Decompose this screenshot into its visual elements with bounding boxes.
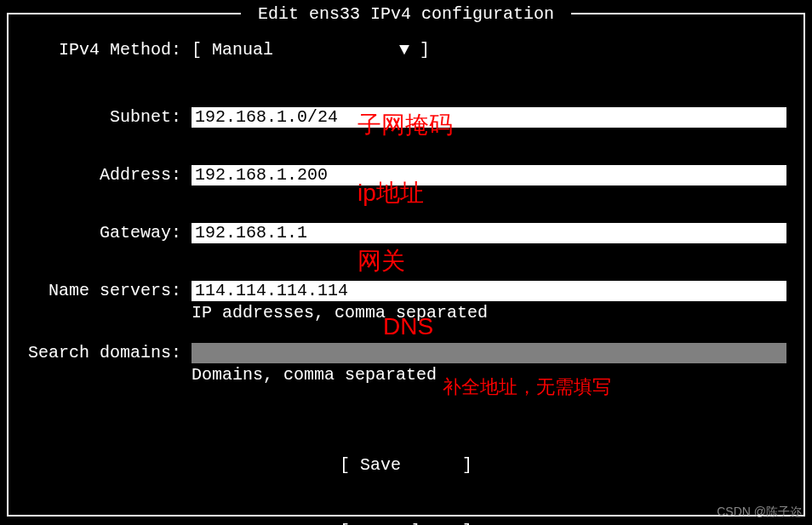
frame-title: Edit ens33 IPv4 configuration: [241, 4, 571, 24]
gateway-row: Gateway:: [26, 223, 786, 243]
nameservers-input[interactable]: [192, 281, 786, 301]
searchdomains-row: Search domains: Domains, comma separated: [26, 343, 786, 385]
gateway-input[interactable]: [192, 223, 786, 243]
nameservers-label: Name servers:: [26, 281, 192, 300]
bracket-close: ]: [409, 40, 430, 60]
method-label: IPv4 Method:: [26, 40, 192, 60]
method-row: IPv4 Method: [ Manual ▼ ]: [26, 40, 786, 60]
watermark: CSDN @陈子迩: [717, 505, 802, 520]
gateway-label: Gateway:: [26, 223, 192, 243]
address-label: Address:: [26, 165, 192, 185]
searchdomains-label: Search domains:: [26, 343, 192, 362]
method-value-area: [ Manual ▼ ]: [192, 40, 786, 60]
content-area: IPv4 Method: [ Manual ▼ ] Subnet: Addr: [9, 14, 803, 525]
address-input[interactable]: [192, 165, 786, 185]
cancel-button[interactable]: [ Cancel ]: [26, 521, 786, 525]
bracket-open: [: [192, 40, 212, 60]
subnet-row: Subnet:: [26, 107, 786, 128]
subnet-input[interactable]: [192, 107, 786, 128]
searchdomains-hint: Domains, comma separated: [192, 365, 786, 385]
dropdown-arrow-icon: ▼: [399, 40, 409, 60]
nameservers-row: Name servers: IP addresses, comma separa…: [26, 281, 786, 322]
method-dropdown[interactable]: [ Manual ▼ ]: [192, 40, 786, 60]
subnet-label: Subnet:: [26, 107, 192, 127]
button-area: [ Save ] [ Cancel ]: [26, 410, 786, 525]
method-value: Manual: [212, 40, 399, 60]
save-button[interactable]: [ Save ]: [26, 454, 786, 476]
config-frame: Edit ens33 IPv4 configuration IPv4 Metho…: [7, 13, 805, 516]
nameservers-hint: IP addresses, comma separated: [192, 303, 786, 322]
address-row: Address:: [26, 165, 786, 185]
searchdomains-input[interactable]: [192, 343, 786, 363]
